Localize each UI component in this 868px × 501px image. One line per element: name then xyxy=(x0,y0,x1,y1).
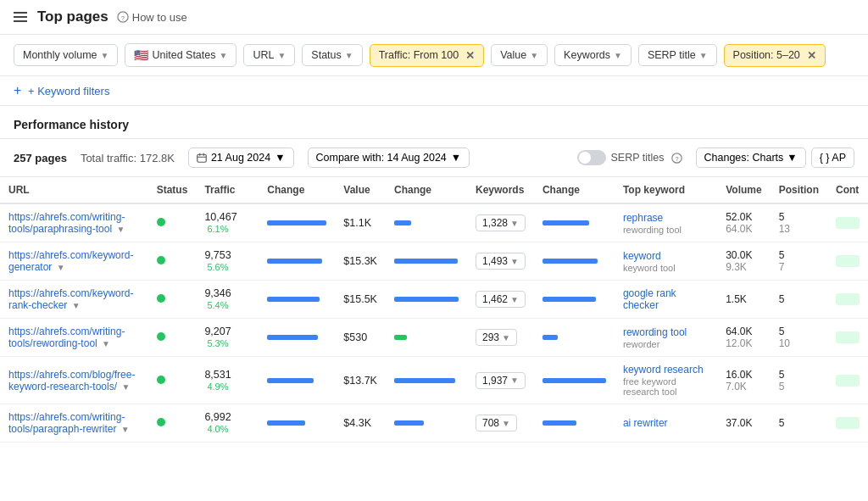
flag-icon: 🇺🇸 xyxy=(134,48,148,62)
top-keyword-link[interactable]: keyword research xyxy=(623,364,709,376)
keyword-filters-button[interactable]: + + Keyword filters xyxy=(14,83,854,98)
url-cell[interactable]: https://ahrefs.com/keyword-generator ▼ xyxy=(0,242,148,281)
url-link[interactable]: https://ahrefs.com/keyword-generator xyxy=(8,249,133,273)
position-secondary: 5 xyxy=(779,381,819,392)
status-filter[interactable]: Status ▼ xyxy=(302,44,362,66)
keywords-badge[interactable]: 1,328 ▼ xyxy=(476,214,526,231)
chevron-down-icon: ▼ xyxy=(510,295,519,304)
dropdown-icon[interactable]: ▼ xyxy=(121,425,130,434)
monthly-volume-filter[interactable]: Monthly volume ▼ xyxy=(14,44,118,66)
value-bar xyxy=(394,220,459,225)
url-link[interactable]: https://ahrefs.com/keyword-rank-checker xyxy=(8,287,133,311)
url-link[interactable]: https://ahrefs.com/writing-tools/paraphr… xyxy=(8,211,125,235)
table-row: https://ahrefs.com/blog/free-keyword-res… xyxy=(0,357,868,404)
dropdown-icon[interactable]: ▼ xyxy=(102,339,110,348)
keywords-badge[interactable]: 293 ▼ xyxy=(476,329,517,346)
position-cell: 5 5 xyxy=(771,357,827,404)
dropdown-icon[interactable]: ▼ xyxy=(116,225,125,234)
col-traffic: Traffic xyxy=(196,177,259,203)
traffic-cell: 9,753 5.6% xyxy=(196,242,259,281)
keywords-badge[interactable]: 708 ▼ xyxy=(476,415,517,431)
date-picker[interactable]: 21 Aug 2024 ▼ xyxy=(188,148,294,168)
how-to-use-link[interactable]: ? How to use xyxy=(117,11,187,24)
value-change-cell xyxy=(386,203,467,242)
keywords-filter[interactable]: Keywords ▼ xyxy=(554,44,632,66)
value-amount: $4.3K xyxy=(343,417,371,429)
kw-bar xyxy=(542,259,606,264)
col-keywords: Keywords xyxy=(467,177,534,203)
traffic-value: 9,207 xyxy=(204,326,231,337)
top-keyword-link[interactable]: rephrase xyxy=(623,212,709,224)
url-cell[interactable]: https://ahrefs.com/keyword-rank-checker … xyxy=(0,281,148,319)
traffic-bar xyxy=(267,220,326,225)
dropdown-icon[interactable]: ▼ xyxy=(57,263,65,272)
keyword-stack: rewording tool reworder xyxy=(623,326,709,349)
url-filter[interactable]: URL ▼ xyxy=(243,44,295,66)
close-icon[interactable]: ✕ xyxy=(807,49,816,62)
url-link[interactable]: https://ahrefs.com/blog/free-keyword-res… xyxy=(8,369,135,392)
keywords-cell[interactable]: 1,937 ▼ xyxy=(467,357,534,404)
traffic-value: 9,753 xyxy=(204,249,231,261)
dropdown-icon[interactable]: ▼ xyxy=(72,301,81,310)
table-row: https://ahrefs.com/writing-tools/paraphr… xyxy=(0,203,868,242)
serp-title-filter[interactable]: SERP title ▼ xyxy=(638,44,717,66)
keywords-badge[interactable]: 1,493 ▼ xyxy=(476,253,526,270)
keywords-cell[interactable]: 1,462 ▼ xyxy=(467,281,534,319)
position-cell: 5 xyxy=(771,404,827,443)
value-amount: $15.3K xyxy=(343,255,377,267)
kw-change-cell xyxy=(534,242,615,281)
changes-button[interactable]: Changes: Charts ▼ xyxy=(696,148,806,168)
keywords-cell[interactable]: 708 ▼ xyxy=(467,404,534,443)
url-cell[interactable]: https://ahrefs.com/writing-tools/paragra… xyxy=(0,404,148,443)
value-cell: $530 xyxy=(335,319,386,357)
keywords-count: 1,328 xyxy=(482,217,508,229)
bar-segment xyxy=(267,420,305,426)
value-change-cell xyxy=(386,242,467,281)
keywords-badge[interactable]: 1,937 ▼ xyxy=(476,372,526,389)
traffic-filter-active[interactable]: Traffic: From 100 ✕ xyxy=(370,44,484,67)
col-url: URL xyxy=(0,177,148,203)
position-filter-active[interactable]: Position: 5–20 ✕ xyxy=(724,44,826,67)
url-cell[interactable]: https://ahrefs.com/blog/free-keyword-res… xyxy=(0,357,148,404)
url-link[interactable]: https://ahrefs.com/writing-tools/paragra… xyxy=(8,411,125,435)
traffic-value: 6,992 xyxy=(204,411,231,423)
keyword-stack: keyword research free keyword research t… xyxy=(623,364,709,397)
volume-stack: 1.5K xyxy=(726,293,761,305)
top-keyword-link[interactable]: keyword xyxy=(623,250,709,262)
top-keyword-link[interactable]: google rank checker xyxy=(623,287,709,311)
col-value: Value xyxy=(335,177,386,203)
value-filter[interactable]: Value ▼ xyxy=(491,44,548,66)
value-amount: $530 xyxy=(343,331,367,343)
col-kw-change: Change xyxy=(534,177,615,203)
url-cell[interactable]: https://ahrefs.com/writing-tools/rewordi… xyxy=(0,319,148,357)
value-amount: $1.1K xyxy=(343,217,371,229)
serp-toggle-area: SERP titles ? Changes: Charts ▼ { } AP xyxy=(577,148,854,168)
traffic-value: 10,467 xyxy=(204,211,236,223)
country-filter[interactable]: 🇺🇸 United States ▼ xyxy=(125,43,236,67)
kw-change-cell xyxy=(534,404,615,443)
keywords-badge[interactable]: 1,462 ▼ xyxy=(476,291,526,308)
api-button[interactable]: { } AP xyxy=(811,148,854,168)
keywords-cell[interactable]: 293 ▼ xyxy=(467,319,534,357)
value-change-cell xyxy=(386,281,467,319)
kw-change-cell xyxy=(534,281,615,319)
menu-icon[interactable] xyxy=(14,12,27,22)
top-keyword-link[interactable]: ai rewriter xyxy=(623,417,709,429)
position-cell: 5 13 xyxy=(771,203,827,242)
dropdown-icon[interactable]: ▼ xyxy=(121,382,130,392)
bar-segment xyxy=(267,297,320,302)
keywords-cell[interactable]: 1,328 ▼ xyxy=(467,203,534,242)
value-bar xyxy=(394,259,459,264)
compare-picker[interactable]: Compare with: 14 Aug 2024 ▼ xyxy=(308,148,470,168)
top-keyword-link[interactable]: rewording tool xyxy=(623,326,709,338)
close-icon[interactable]: ✕ xyxy=(465,49,475,62)
col-top-keyword: Top keyword xyxy=(615,177,717,203)
chevron-down-icon: ▼ xyxy=(530,51,538,60)
total-traffic: Total traffic: 172.8K xyxy=(81,152,175,164)
kw-bar xyxy=(542,335,606,340)
keywords-cell[interactable]: 1,493 ▼ xyxy=(467,242,534,281)
bar-segment xyxy=(394,420,424,426)
serp-titles-toggle[interactable] xyxy=(577,150,606,165)
volume-primary: 30.0K xyxy=(726,249,761,261)
url-cell[interactable]: https://ahrefs.com/writing-tools/paraphr… xyxy=(0,203,148,242)
